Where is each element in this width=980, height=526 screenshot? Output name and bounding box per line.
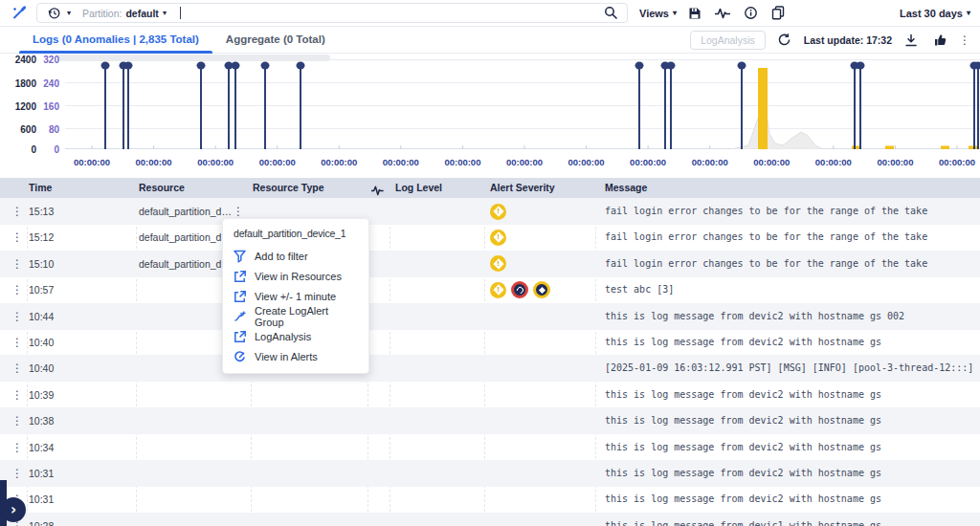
warning-severity-icon[interactable]: ! xyxy=(490,282,506,298)
critical-alert-icon[interactable] xyxy=(511,281,528,298)
table-row[interactable]: ⋮10:28this is log message from devic1 wi… xyxy=(0,513,980,526)
col-resource[interactable]: Resource xyxy=(139,178,185,198)
table-row[interactable]: ⋮15:10default_partition_device_1!fail lo… xyxy=(0,251,980,277)
alert-severity-cell: ! xyxy=(490,276,550,303)
info-icon[interactable] xyxy=(741,4,760,23)
log-resource xyxy=(139,329,233,356)
log-resource xyxy=(139,434,233,461)
warning-alert-icon[interactable] xyxy=(533,281,550,298)
menu-item-create-logalert-group[interactable]: Create LogAlert Group xyxy=(223,306,368,326)
x-axis-tick: 00:00:00 xyxy=(253,157,302,167)
menu-item-loganalysis[interactable]: LogAnalysis xyxy=(223,326,368,346)
download-icon[interactable] xyxy=(902,31,921,50)
chart-kebab-icon[interactable]: ⋮ xyxy=(959,34,970,46)
expand-panel-button[interactable]: › xyxy=(1,497,26,522)
row-menu-icon[interactable]: ⋮ xyxy=(11,311,23,322)
log-resource: default_partition_device_1 xyxy=(139,224,233,251)
col-log-level[interactable]: Log Level xyxy=(395,178,442,198)
x-axis-tick: 00:00:00 xyxy=(623,157,673,167)
table-row[interactable]: ⋮10:38this is log message from devic2 wi… xyxy=(0,407,980,434)
time-range-picker[interactable]: Last 30 days▾ xyxy=(900,8,970,19)
history-caret-icon[interactable]: ▾ xyxy=(67,9,71,17)
menu-item-view-1-minute[interactable]: View +/- 1 minute xyxy=(223,286,368,306)
x-axis-tick: 00:00:00 xyxy=(562,157,612,167)
tab-logs[interactable]: Logs (0 Anomalies | 2,835 Total) xyxy=(19,27,212,54)
log-message: this is log message from devic2 with hos… xyxy=(605,303,980,330)
table-row[interactable]: ⋮10:39this is log message from devic2 wi… xyxy=(0,382,980,408)
partition-label: Partition: xyxy=(82,8,122,19)
search-icon[interactable] xyxy=(601,4,620,23)
row-menu-icon[interactable]: ⋮ xyxy=(11,389,23,401)
log-volume-chart: 2400180012006000 320240160800 00:00:0000… xyxy=(0,54,980,178)
table-row[interactable]: ⋮10:44this is log message from devic2 wi… xyxy=(0,303,980,330)
row-menu-icon[interactable]: ⋮ xyxy=(11,231,23,243)
x-axis-tick: 00:00:00 xyxy=(129,157,179,167)
row-menu-icon[interactable]: ⋮ xyxy=(11,284,23,296)
row-menu-icon[interactable]: ⋮ xyxy=(11,442,23,453)
table-row[interactable]: ⋮10:40this is log message from devic2 wi… xyxy=(0,329,980,356)
history-icon[interactable] xyxy=(44,4,63,23)
open-in-new-icon xyxy=(234,270,246,283)
table-row[interactable]: ⋮10:57!test abc [3] xyxy=(0,276,980,303)
partition-value[interactable]: default xyxy=(125,8,158,19)
save-view-icon[interactable] xyxy=(685,4,704,23)
resource-menu-icon[interactable]: ⋮ xyxy=(233,206,244,217)
col-alert-severity[interactable]: Alert Severity xyxy=(490,178,555,198)
alert-severity-cell: ! xyxy=(490,198,506,225)
x-axis-tick: 00:00:00 xyxy=(500,157,549,167)
create-group-icon xyxy=(234,310,246,323)
row-menu-icon[interactable]: ⋮ xyxy=(11,415,23,427)
log-message: this is log message from devic2 with hos… xyxy=(605,486,980,513)
table-row[interactable]: ⋮10:40[2025-01-09 16:03:12.991 PST] [MSG… xyxy=(0,355,980,382)
col-time[interactable]: Time xyxy=(29,178,52,198)
row-menu-icon[interactable]: ⋮ xyxy=(11,206,23,217)
log-message: this is log message from devic1 with hos… xyxy=(605,513,980,526)
col-message[interactable]: Message xyxy=(605,178,647,198)
query-wand-icon[interactable] xyxy=(10,4,29,23)
tab-aggregate[interactable]: Aggregate (0 Total) xyxy=(212,27,339,54)
menu-item-label: View in Alerts xyxy=(255,351,318,362)
table-row[interactable]: ⋮15:13default_partition_device_1⋮!fail l… xyxy=(0,198,980,225)
pulse-icon[interactable] xyxy=(713,4,732,23)
log-analysis-app: ▾ Partition: default ▾ Views▾ xyxy=(0,0,980,526)
log-resource xyxy=(139,513,233,526)
menu-item-label: Add to filter xyxy=(255,251,308,262)
text-cursor xyxy=(180,7,181,19)
table-row[interactable]: ⋮10:31this is log message from devic2 wi… xyxy=(0,486,980,513)
row-menu-icon[interactable]: ⋮ xyxy=(11,337,23,348)
menu-item-view-in-resources[interactable]: View in Resources xyxy=(223,266,368,286)
thumbs-up-icon[interactable] xyxy=(930,31,949,50)
x-axis-tick: 00:00:00 xyxy=(376,157,426,167)
row-menu-icon[interactable]: ⋮ xyxy=(11,362,23,374)
col-resource-type[interactable]: Resource Type xyxy=(253,178,324,198)
warning-severity-icon[interactable]: ! xyxy=(490,255,506,272)
table-row[interactable]: ⋮10:31this is log message from devic2 wi… xyxy=(0,460,980,487)
left-axis-tick: 2400 xyxy=(0,55,36,65)
left-axis-tick: 1800 xyxy=(0,78,36,89)
table-row[interactable]: ⋮15:12default_partition_device_1!fail lo… xyxy=(0,224,980,251)
row-menu-icon[interactable]: ⋮ xyxy=(11,468,23,479)
log-message: [2025-01-09 16:03:12.991 PST] [MSG] [INF… xyxy=(605,355,980,382)
copy-icon[interactable] xyxy=(768,4,788,23)
right-axis-tick: 240 xyxy=(39,78,59,89)
log-time: 15:10 xyxy=(29,251,54,277)
log-resource xyxy=(139,460,233,487)
menu-item-add-to-filter[interactable]: Add to filter xyxy=(223,246,368,266)
views-dropdown[interactable]: Views▾ xyxy=(639,8,677,19)
x-axis-tick: 00:00:00 xyxy=(437,157,487,167)
log-message: this is log message from devic2 with hos… xyxy=(605,434,980,461)
log-message: fail login error changes to be for the r… xyxy=(605,198,980,225)
chart-plot[interactable] xyxy=(65,59,980,149)
right-axis-tick: 80 xyxy=(39,124,59,135)
menu-item-view-in-alerts[interactable]: View in Alerts xyxy=(223,346,368,366)
alerts-icon xyxy=(234,350,246,363)
row-menu-icon[interactable]: ⋮ xyxy=(11,258,23,270)
last-update-text: Last update: 17:32 xyxy=(804,34,892,46)
refresh-icon[interactable] xyxy=(775,31,794,50)
warning-severity-icon[interactable]: ! xyxy=(490,230,506,246)
warning-severity-icon[interactable]: ! xyxy=(490,204,506,220)
partition-caret-icon[interactable]: ▾ xyxy=(163,9,167,17)
table-row[interactable]: ⋮10:34this is log message from devic2 wi… xyxy=(0,434,980,461)
loganalysis-button[interactable]: LogAnalysis xyxy=(690,31,766,50)
log-message: fail login error changes to be for the r… xyxy=(605,224,980,251)
